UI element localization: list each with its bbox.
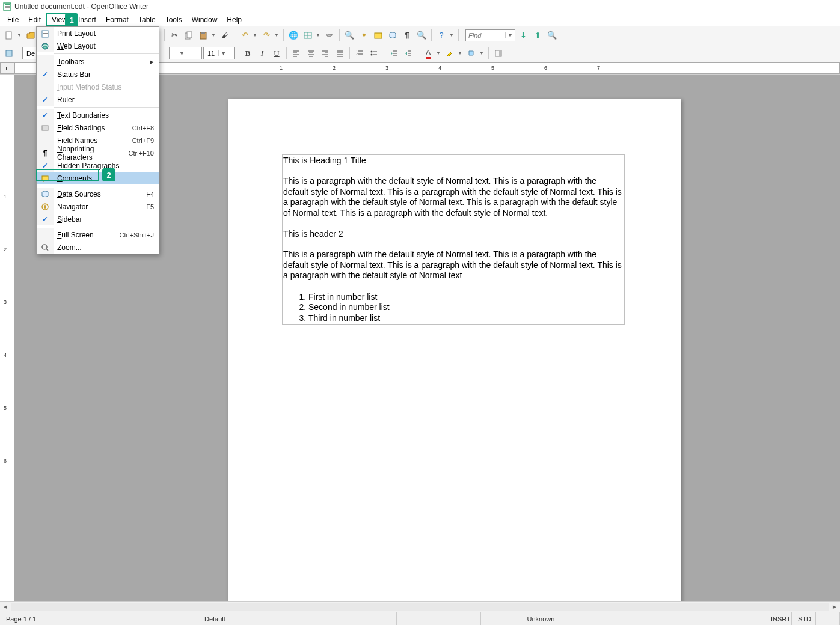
bold-icon[interactable]: B — [241, 47, 254, 60]
sidebar-toggle-icon[interactable] — [492, 47, 505, 60]
find-replace-icon[interactable]: 🔍 — [343, 29, 356, 42]
table-icon[interactable] — [301, 29, 314, 42]
italic-icon[interactable]: I — [256, 47, 269, 60]
highlight-dropdown[interactable]: ▼ — [458, 50, 464, 56]
list-item[interactable]: Third in number list — [308, 313, 624, 324]
list-item[interactable]: Second in number list — [308, 302, 624, 313]
menu-tools[interactable]: Tools — [161, 14, 187, 25]
cut-icon[interactable]: ✂ — [168, 29, 181, 42]
status-style[interactable]: Default — [198, 612, 397, 625]
status-page[interactable]: Page 1 / 1 — [0, 612, 198, 625]
paragraph-2[interactable]: This is a paragraph with the default sty… — [283, 249, 624, 281]
nonprinting-icon[interactable]: ¶ — [400, 29, 414, 42]
gallery-icon[interactable] — [372, 29, 385, 42]
highlight-icon[interactable] — [443, 47, 456, 60]
find-toolbar-icon[interactable]: 🔍 — [545, 29, 559, 42]
menu-item-text-boundaries[interactable]: ✓Text Boundaries — [37, 109, 159, 121]
bullet-list-icon[interactable] — [367, 47, 381, 60]
list-item[interactable]: First in number list — [308, 292, 624, 303]
menu-help[interactable]: Help — [222, 14, 247, 25]
menu-item-sidebar[interactable]: ✓Sidebar — [37, 213, 159, 225]
paste-icon[interactable] — [197, 29, 210, 42]
numbered-list-icon[interactable]: 12 — [353, 47, 366, 60]
paragraph-1[interactable]: This is a paragraph with the default sty… — [283, 176, 624, 218]
font-name-dropdown[interactable]: ▼ — [177, 50, 186, 56]
menu-file[interactable]: File — [2, 14, 23, 25]
menu-item-nonprinting-characters[interactable]: ¶Nonprinting CharactersCtrl+F10 — [37, 147, 159, 159]
menu-edit[interactable]: Edit — [23, 14, 46, 25]
menu-item-data-sources[interactable]: Data SourcesF4 — [37, 188, 159, 200]
menu-item-field-shadings[interactable]: Field ShadingsCtrl+F8 — [37, 121, 159, 134]
find-prev-icon[interactable]: ⬆ — [531, 29, 544, 42]
status-lang2[interactable]: Unknown — [481, 612, 601, 625]
redo-dropdown[interactable]: ▼ — [274, 32, 280, 38]
text-frame[interactable]: This is Heading 1 Title This is a paragr… — [282, 154, 625, 325]
menu-item-status-bar[interactable]: ✓Status Bar — [37, 68, 159, 81]
undo-icon[interactable]: ↶ — [238, 29, 251, 42]
copy-icon[interactable] — [182, 29, 195, 42]
find-next-icon[interactable]: ⬇ — [517, 29, 530, 42]
comments-icon — [37, 172, 54, 184]
scroll-track[interactable] — [11, 603, 829, 611]
menu-item-zoom-[interactable]: Zoom... — [37, 241, 159, 254]
check-icon: ✓ — [37, 93, 54, 106]
align-center-icon[interactable] — [304, 47, 317, 60]
find-input[interactable] — [466, 32, 505, 39]
status-insert[interactable]: INSRT — [765, 612, 792, 625]
menu-item-comments[interactable]: Comments — [37, 172, 159, 184]
vruler-mark: 2 — [4, 246, 7, 252]
menu-item-web-layout[interactable]: Web Layout — [37, 40, 159, 52]
check-icon: ✓ — [37, 68, 54, 81]
font-name-combo[interactable]: ▼ — [169, 47, 202, 59]
menu-window[interactable]: Window — [187, 14, 222, 25]
font-color-dropdown[interactable]: ▼ — [436, 50, 442, 56]
menu-table[interactable]: Table — [133, 14, 161, 25]
menu-format[interactable]: Format — [101, 14, 133, 25]
numbered-list[interactable]: First in number list Second in number li… — [308, 292, 624, 324]
paste-dropdown[interactable]: ▼ — [211, 32, 217, 38]
menu-item-toolbars[interactable]: Toolbars▶ — [37, 55, 159, 68]
find-dropdown[interactable]: ▼ — [505, 32, 515, 38]
undo-dropdown[interactable]: ▼ — [253, 32, 259, 38]
status-language[interactable] — [397, 612, 481, 625]
help-icon[interactable]: ? — [435, 29, 448, 42]
data-sources-toolbar-icon[interactable] — [386, 29, 399, 42]
menu-item-print-layout[interactable]: Print Layout — [37, 27, 159, 40]
background-color-dropdown[interactable]: ▼ — [479, 50, 485, 56]
help-dropdown[interactable]: ▼ — [449, 32, 455, 38]
background-color-icon[interactable] — [465, 47, 478, 60]
scroll-left-icon[interactable]: ◄ — [0, 603, 11, 610]
menu-item-ruler[interactable]: ✓Ruler — [37, 93, 159, 106]
scroll-right-icon[interactable]: ► — [829, 603, 840, 610]
horizontal-scrollbar[interactable]: ◄ ► — [0, 601, 840, 612]
status-extra[interactable] — [816, 612, 840, 625]
navigator-icon[interactable]: ✦ — [357, 29, 370, 42]
redo-icon[interactable]: ↷ — [260, 29, 273, 42]
open-icon[interactable] — [24, 29, 37, 42]
styles-icon[interactable] — [2, 47, 16, 60]
hyperlink-icon[interactable]: 🌐 — [287, 29, 300, 42]
new-doc-dropdown[interactable]: ▼ — [17, 32, 23, 38]
new-doc-icon[interactable] — [2, 29, 16, 42]
align-right-icon[interactable] — [319, 47, 332, 60]
format-paintbrush-icon[interactable]: 🖌 — [218, 29, 231, 42]
table-dropdown[interactable]: ▼ — [316, 32, 322, 38]
heading-2[interactable]: This is header 2 — [283, 229, 624, 239]
decrease-indent-icon[interactable] — [387, 47, 400, 60]
increase-indent-icon[interactable] — [402, 47, 415, 60]
svg-rect-2 — [5, 6, 10, 7]
status-selection[interactable]: STD — [792, 612, 816, 625]
vertical-ruler[interactable]: 1 2 3 4 5 6 — [0, 75, 14, 605]
align-justify-icon[interactable] — [333, 47, 346, 60]
underline-icon[interactable]: U — [270, 47, 283, 60]
font-size-dropdown[interactable]: ▼ — [218, 50, 228, 56]
drawing-icon[interactable]: ✏ — [323, 29, 336, 42]
menu-item-hidden-paragraphs[interactable]: ✓Hidden Paragraphs — [37, 159, 159, 172]
font-size-combo[interactable]: 11 ▼ — [203, 47, 235, 59]
menu-item-navigator[interactable]: NavigatorF5 — [37, 200, 159, 213]
menu-item-full-screen[interactable]: Full ScreenCtrl+Shift+J — [37, 228, 159, 241]
align-left-icon[interactable] — [290, 47, 303, 60]
heading-1[interactable]: This is Heading 1 Title — [283, 156, 624, 165]
zoom-icon[interactable]: 🔍 — [415, 29, 428, 42]
font-color-icon[interactable]: A — [422, 47, 435, 60]
